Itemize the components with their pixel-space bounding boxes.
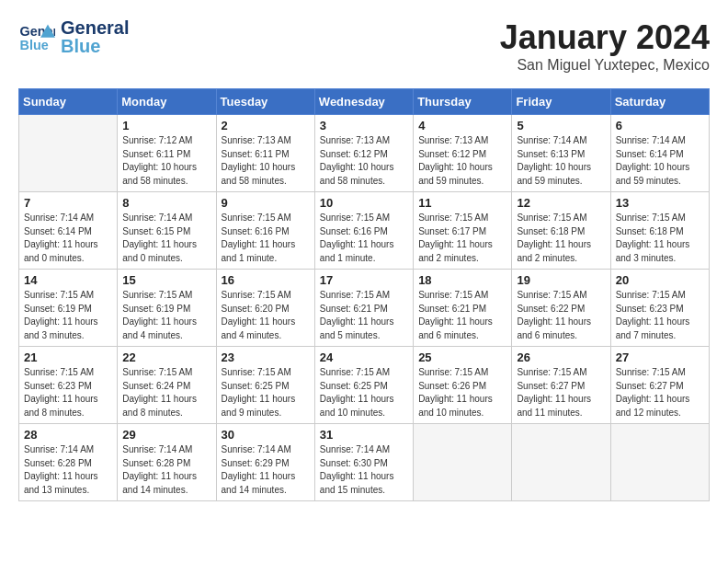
day-number: 30	[222, 428, 310, 442]
calendar-cell: 14Sunrise: 7:15 AM Sunset: 6:19 PM Dayli…	[19, 270, 118, 347]
calendar-week-4: 28Sunrise: 7:14 AM Sunset: 6:28 PM Dayli…	[19, 424, 710, 501]
logo: General Blue General Blue	[18, 18, 129, 55]
day-info: Sunrise: 7:14 AM Sunset: 6:28 PM Dayligh…	[24, 443, 112, 497]
calendar-table: SundayMondayTuesdayWednesdayThursdayFrid…	[18, 88, 710, 501]
day-info: Sunrise: 7:13 AM Sunset: 6:12 PM Dayligh…	[418, 134, 506, 188]
day-number: 10	[320, 196, 408, 210]
day-info: Sunrise: 7:15 AM Sunset: 6:27 PM Dayligh…	[517, 366, 605, 419]
day-info: Sunrise: 7:15 AM Sunset: 6:23 PM Dayligh…	[616, 289, 704, 342]
day-info: Sunrise: 7:15 AM Sunset: 6:25 PM Dayligh…	[222, 366, 310, 419]
header-thursday: Thursday	[414, 89, 512, 115]
day-number: 11	[418, 196, 506, 210]
day-info: Sunrise: 7:15 AM Sunset: 6:24 PM Dayligh…	[122, 366, 210, 419]
day-info: Sunrise: 7:15 AM Sunset: 6:21 PM Dayligh…	[418, 289, 506, 342]
calendar-cell: 13Sunrise: 7:15 AM Sunset: 6:18 PM Dayli…	[610, 192, 709, 270]
day-number: 1	[122, 119, 210, 132]
header-sunday: Sunday	[19, 89, 118, 115]
calendar-cell: 22Sunrise: 7:15 AM Sunset: 6:24 PM Dayli…	[118, 347, 216, 424]
calendar-cell: 3Sunrise: 7:13 AM Sunset: 6:12 PM Daylig…	[314, 115, 413, 192]
day-info: Sunrise: 7:15 AM Sunset: 6:25 PM Dayligh…	[320, 366, 408, 419]
day-info: Sunrise: 7:15 AM Sunset: 6:21 PM Dayligh…	[320, 289, 408, 342]
calendar-title: January 2024	[500, 18, 710, 57]
day-number: 8	[122, 196, 210, 210]
day-number: 24	[320, 350, 408, 364]
day-info: Sunrise: 7:15 AM Sunset: 6:19 PM Dayligh…	[24, 289, 112, 342]
calendar-cell: 24Sunrise: 7:15 AM Sunset: 6:25 PM Dayli…	[314, 347, 413, 424]
day-info: Sunrise: 7:15 AM Sunset: 6:27 PM Dayligh…	[616, 366, 704, 419]
calendar-cell	[512, 424, 610, 501]
calendar-week-0: 1Sunrise: 7:12 AM Sunset: 6:11 PM Daylig…	[19, 115, 710, 192]
day-number: 29	[122, 428, 210, 442]
day-info: Sunrise: 7:14 AM Sunset: 6:28 PM Dayligh…	[122, 443, 210, 497]
calendar-cell	[414, 424, 512, 501]
calendar-cell	[610, 424, 709, 501]
calendar-cell: 16Sunrise: 7:15 AM Sunset: 6:20 PM Dayli…	[216, 270, 314, 347]
day-info: Sunrise: 7:14 AM Sunset: 6:13 PM Dayligh…	[517, 134, 605, 188]
day-info: Sunrise: 7:14 AM Sunset: 6:14 PM Dayligh…	[24, 212, 112, 265]
day-number: 14	[24, 273, 112, 287]
day-info: Sunrise: 7:14 AM Sunset: 6:30 PM Dayligh…	[320, 443, 408, 497]
header-monday: Monday	[118, 89, 216, 115]
day-number: 20	[616, 273, 704, 287]
day-info: Sunrise: 7:14 AM Sunset: 6:29 PM Dayligh…	[222, 443, 310, 497]
day-number: 21	[24, 350, 112, 364]
header-tuesday: Tuesday	[216, 89, 314, 115]
calendar-cell: 2Sunrise: 7:13 AM Sunset: 6:11 PM Daylig…	[216, 115, 314, 192]
calendar-cell: 19Sunrise: 7:15 AM Sunset: 6:22 PM Dayli…	[512, 270, 610, 347]
day-info: Sunrise: 7:14 AM Sunset: 6:15 PM Dayligh…	[122, 212, 210, 265]
day-number: 28	[24, 428, 112, 442]
calendar-cell: 23Sunrise: 7:15 AM Sunset: 6:25 PM Dayli…	[216, 347, 314, 424]
day-number: 4	[418, 119, 506, 132]
calendar-week-1: 7Sunrise: 7:14 AM Sunset: 6:14 PM Daylig…	[19, 192, 710, 270]
calendar-cell: 15Sunrise: 7:15 AM Sunset: 6:19 PM Dayli…	[118, 270, 216, 347]
day-info: Sunrise: 7:15 AM Sunset: 6:16 PM Dayligh…	[222, 212, 310, 265]
day-number: 31	[320, 428, 408, 442]
calendar-cell: 17Sunrise: 7:15 AM Sunset: 6:21 PM Dayli…	[314, 270, 413, 347]
calendar-cell	[19, 115, 118, 192]
calendar-subtitle: San Miguel Yuxtepec, Mexico	[500, 57, 710, 74]
day-info: Sunrise: 7:15 AM Sunset: 6:22 PM Dayligh…	[517, 289, 605, 342]
day-number: 9	[222, 196, 310, 210]
calendar-cell: 30Sunrise: 7:14 AM Sunset: 6:29 PM Dayli…	[216, 424, 314, 501]
calendar-cell: 21Sunrise: 7:15 AM Sunset: 6:23 PM Dayli…	[19, 347, 118, 424]
logo-blue: Blue	[61, 37, 129, 55]
day-info: Sunrise: 7:15 AM Sunset: 6:17 PM Dayligh…	[418, 212, 506, 265]
day-info: Sunrise: 7:15 AM Sunset: 6:19 PM Dayligh…	[122, 289, 210, 342]
day-number: 7	[24, 196, 112, 210]
day-info: Sunrise: 7:12 AM Sunset: 6:11 PM Dayligh…	[122, 134, 210, 188]
day-number: 6	[616, 119, 704, 132]
day-number: 13	[616, 196, 704, 210]
logo-general: General	[61, 18, 129, 37]
calendar-cell: 20Sunrise: 7:15 AM Sunset: 6:23 PM Dayli…	[610, 270, 709, 347]
title-area: January 2024 San Miguel Yuxtepec, Mexico	[500, 18, 710, 74]
day-number: 17	[320, 273, 408, 287]
calendar-cell: 4Sunrise: 7:13 AM Sunset: 6:12 PM Daylig…	[414, 115, 512, 192]
day-number: 27	[616, 350, 704, 364]
day-number: 15	[122, 273, 210, 287]
logo-icon: General Blue	[18, 18, 55, 55]
calendar-cell: 5Sunrise: 7:14 AM Sunset: 6:13 PM Daylig…	[512, 115, 610, 192]
day-info: Sunrise: 7:15 AM Sunset: 6:23 PM Dayligh…	[24, 366, 112, 419]
header-friday: Friday	[512, 89, 610, 115]
svg-text:Blue: Blue	[20, 38, 49, 52]
calendar-cell: 31Sunrise: 7:14 AM Sunset: 6:30 PM Dayli…	[314, 424, 413, 501]
calendar-cell: 9Sunrise: 7:15 AM Sunset: 6:16 PM Daylig…	[216, 192, 314, 270]
day-number: 18	[418, 273, 506, 287]
logo-text: General Blue	[61, 18, 129, 55]
day-number: 25	[418, 350, 506, 364]
day-number: 23	[222, 350, 310, 364]
day-number: 16	[222, 273, 310, 287]
header: General Blue General Blue January 2024 S…	[18, 18, 710, 74]
header-wednesday: Wednesday	[314, 89, 413, 115]
calendar-cell: 12Sunrise: 7:15 AM Sunset: 6:18 PM Dayli…	[512, 192, 610, 270]
day-number: 2	[222, 119, 310, 132]
day-number: 19	[517, 273, 605, 287]
header-saturday: Saturday	[610, 89, 709, 115]
calendar-cell: 18Sunrise: 7:15 AM Sunset: 6:21 PM Dayli…	[414, 270, 512, 347]
day-info: Sunrise: 7:14 AM Sunset: 6:14 PM Dayligh…	[616, 134, 704, 188]
calendar-cell: 10Sunrise: 7:15 AM Sunset: 6:16 PM Dayli…	[314, 192, 413, 270]
calendar-week-3: 21Sunrise: 7:15 AM Sunset: 6:23 PM Dayli…	[19, 347, 710, 424]
day-number: 3	[320, 119, 408, 132]
calendar-cell: 28Sunrise: 7:14 AM Sunset: 6:28 PM Dayli…	[19, 424, 118, 501]
day-info: Sunrise: 7:13 AM Sunset: 6:11 PM Dayligh…	[222, 134, 310, 188]
